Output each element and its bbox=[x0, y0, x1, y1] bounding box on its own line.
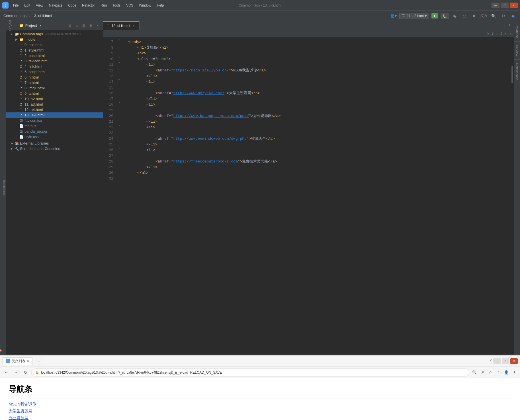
tree-file-13-active[interactable]: 🗋 13. ui-li.html bbox=[6, 112, 103, 118]
debug-button[interactable]: 🐛 bbox=[441, 13, 449, 19]
minimize-button[interactable]: — bbox=[492, 3, 499, 8]
fold-10[interactable]: ▾ bbox=[117, 54, 121, 60]
tree-scratches[interactable]: ▶ 🔧 Scratches and Consoles bbox=[6, 146, 103, 151]
project-dropdown-icon[interactable]: ▾ bbox=[40, 24, 41, 27]
fold-7[interactable]: ▾ bbox=[117, 37, 121, 43]
fold-22[interactable]: ▾ bbox=[117, 122, 121, 128]
fold-26[interactable]: ▾ bbox=[117, 145, 121, 151]
settings-button[interactable]: ⚙ bbox=[499, 12, 507, 20]
browser-tab-active[interactable]: 无序列表 × bbox=[2, 357, 33, 365]
menu-window[interactable]: Window bbox=[137, 3, 153, 8]
tree-external-libs[interactable]: ▶ 📚 External Libraries bbox=[6, 141, 103, 146]
tree-file-js[interactable]: 📄 main.js bbox=[6, 123, 103, 129]
close-button[interactable]: × bbox=[510, 3, 518, 8]
tree-file-5[interactable]: 🗋 5. script.html bbox=[6, 69, 103, 75]
forward-button[interactable]: → bbox=[12, 368, 20, 376]
run-file-selector[interactable]: 🎬 11. a3.html ▾ bbox=[399, 13, 429, 19]
tab-more-button[interactable]: ⋮ bbox=[505, 23, 514, 28]
close-panel-button[interactable]: × bbox=[94, 22, 101, 29]
browser-close[interactable]: × bbox=[510, 358, 518, 364]
profile-button[interactable]: ◉ bbox=[451, 12, 458, 20]
coverage-button[interactable]: ◎ bbox=[461, 12, 468, 20]
tab-current-file[interactable]: 🗋 13. ui-li.html × bbox=[103, 21, 140, 30]
tree-file-0[interactable]: 🗋 0. title.html bbox=[6, 42, 103, 48]
new-tab-button[interactable]: + bbox=[36, 358, 42, 365]
run-button[interactable]: ▶ bbox=[431, 13, 438, 18]
collapse-code-button[interactable]: ∧ bbox=[505, 32, 507, 35]
menu-vcs[interactable]: VCS bbox=[124, 3, 136, 8]
reload-button[interactable]: ↻ bbox=[22, 368, 30, 376]
code-lines[interactable]: <body > <h1>导航条</h1> <hr> <ul type="none… bbox=[122, 37, 511, 355]
database-tab[interactable]: Database bbox=[514, 21, 520, 42]
code-li2-close: > bbox=[153, 79, 155, 85]
code-h1-open: < bbox=[137, 45, 140, 51]
fold-18[interactable]: ▾ bbox=[117, 100, 121, 105]
tree-file-11[interactable]: 🗋 11. a3.html bbox=[6, 102, 103, 107]
more-options-button[interactable]: ⋮ bbox=[511, 369, 518, 376]
back-button[interactable]: ← bbox=[2, 368, 10, 376]
locate-button[interactable]: ⊕ bbox=[67, 22, 73, 29]
url-text[interactable]: localhost:63342/Common%20tags/13.%20ui-l… bbox=[41, 370, 466, 374]
right-scrollbar[interactable] bbox=[511, 37, 514, 355]
tree-file-2[interactable]: 🗋 2. base.html bbox=[6, 53, 103, 58]
code-li1-tag: li bbox=[149, 62, 153, 68]
stop-button[interactable]: ■ bbox=[470, 12, 478, 20]
tree-file-1[interactable]: 🗋 1. style.html bbox=[6, 48, 103, 53]
maximize-button[interactable]: □ bbox=[501, 3, 509, 8]
menu-help[interactable]: Help bbox=[155, 3, 166, 8]
translate-button[interactable]: 文A bbox=[480, 12, 488, 20]
page-link-1[interactable]: MSDN我告诉你 bbox=[9, 402, 36, 406]
menu-run[interactable]: Run bbox=[98, 3, 109, 8]
tree-file-4[interactable]: 🗋 4. link.html bbox=[6, 64, 103, 69]
html-icon-1: 🗋 bbox=[19, 48, 24, 52]
tree-file-9[interactable]: 🗋 9. a.html bbox=[6, 91, 103, 96]
menu-navigate[interactable]: Navigate bbox=[47, 3, 65, 8]
page-link-2[interactable]: 大学生资源网 bbox=[9, 409, 32, 413]
notifications-tab[interactable]: Notifications bbox=[514, 60, 520, 84]
user-icon[interactable]: 👤▾ bbox=[390, 12, 397, 20]
code-line-17: </li> bbox=[126, 96, 511, 102]
search-button[interactable]: 🔍 bbox=[490, 12, 497, 20]
fold-14[interactable]: ▾ bbox=[117, 77, 121, 83]
menu-edit[interactable]: Edit bbox=[22, 3, 32, 8]
bookmarks-label[interactable]: Bookmarks bbox=[3, 180, 6, 195]
menu-view[interactable]: View bbox=[34, 3, 46, 8]
tree-file-7[interactable]: 🗋 7. p.html bbox=[6, 80, 103, 85]
sciview-tab[interactable]: SciView bbox=[514, 42, 520, 60]
project-sidebar-label[interactable]: Project bbox=[9, 20, 12, 31]
tree-root[interactable]: ▾ 📁 Common tags C:\Users\13600\front end… bbox=[6, 31, 103, 37]
tree-folder-middle[interactable]: ▶ 📁 middle bbox=[6, 37, 103, 42]
tree-file-ico[interactable]: 🖼 favicon.ico bbox=[6, 118, 103, 123]
bookmark-button[interactable]: ☆ bbox=[487, 369, 494, 376]
expand-code-button[interactable]: ∨ bbox=[509, 32, 511, 35]
menu-code[interactable]: Code bbox=[66, 3, 79, 8]
browser-tab-close-button[interactable]: × bbox=[27, 359, 29, 363]
expand-button[interactable]: ⊞ bbox=[81, 22, 87, 29]
share-button[interactable]: ↗ bbox=[479, 369, 486, 376]
tree-file-8[interactable]: 🗋 8. img1.html bbox=[6, 85, 103, 91]
tree-file-img[interactable]: 🖼 panda_up.jpg bbox=[6, 129, 103, 134]
menu-tools[interactable]: Tools bbox=[110, 3, 123, 8]
code-content[interactable]: 7 8 9 10 11 12 13 14 15 16 17 18 19 20 2… bbox=[103, 37, 514, 355]
browser-chevron[interactable]: ∨ bbox=[490, 358, 492, 364]
page-link-3[interactable]: 办公资源网 bbox=[9, 415, 28, 420]
toolbox-button[interactable]: ◈ bbox=[509, 12, 517, 20]
breadcrumb-project[interactable]: Common tags bbox=[3, 14, 26, 18]
fold-11[interactable]: ▾ bbox=[117, 60, 121, 65]
tree-file-css[interactable]: 📄 style.css bbox=[6, 134, 103, 139]
zoom-button[interactable]: 🔍 bbox=[471, 369, 478, 376]
tab-close-button[interactable]: × bbox=[132, 24, 136, 28]
browser-maximize[interactable]: □ bbox=[502, 358, 509, 364]
menu-file[interactable]: File bbox=[11, 3, 21, 8]
tree-file-6[interactable]: 🗋 6. h.html bbox=[6, 75, 103, 80]
scroll-thumb[interactable] bbox=[511, 66, 513, 83]
tree-file-12[interactable]: 🗋 12. a4.html bbox=[6, 107, 103, 112]
tree-file-3[interactable]: 🗋 3. favicon.html bbox=[6, 58, 103, 64]
browser-minimize[interactable]: — bbox=[493, 358, 501, 364]
split-view-button[interactable]: ▯ bbox=[495, 369, 502, 376]
profile-nav-button[interactable]: 👤 bbox=[503, 369, 510, 376]
gear-button[interactable]: ⚙ bbox=[87, 22, 94, 29]
collapse-button[interactable]: ≡ bbox=[74, 22, 80, 29]
menu-refactor[interactable]: Refactor bbox=[80, 3, 97, 8]
tree-file-10[interactable]: 🗋 10. a2.html bbox=[6, 96, 103, 102]
